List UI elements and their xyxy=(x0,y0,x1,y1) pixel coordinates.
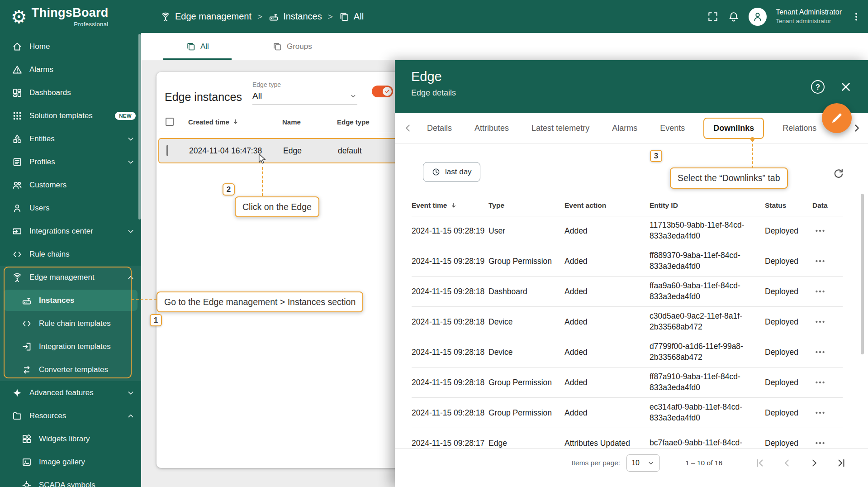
sidebar-item-edge-management[interactable]: Edge management xyxy=(0,266,141,289)
help-button[interactable]: ? xyxy=(811,80,825,94)
event-status: Deployed xyxy=(765,378,812,387)
login-icon xyxy=(21,341,32,352)
breadcrumb-item-instances[interactable]: Instances xyxy=(268,11,322,22)
code-icon xyxy=(21,318,32,329)
event-row[interactable]: 2024-11-15 09:28:18DashboardAddedffaa9a6… xyxy=(412,277,843,307)
column-status[interactable]: Status xyxy=(765,201,812,210)
sidebar-item-alarms[interactable]: Alarms xyxy=(0,58,141,81)
sidebar-item-integration-templates[interactable]: Integration templates xyxy=(0,335,141,358)
avatar[interactable] xyxy=(749,8,767,26)
sidebar-item-label: Profiles xyxy=(29,158,55,167)
antenna-icon xyxy=(12,272,23,283)
event-row[interactable]: 2024-11-15 09:28:17EdgeAttributes Update… xyxy=(412,428,843,449)
time-window-label: last day xyxy=(445,167,472,177)
image-icon xyxy=(21,457,32,468)
event-row[interactable]: 2024-11-15 09:28:18Group PermissionAdded… xyxy=(412,368,843,398)
next-page-icon[interactable] xyxy=(808,457,820,469)
edge-type-filter[interactable]: Edge type All xyxy=(252,81,357,105)
tab-groups[interactable]: Groups xyxy=(250,33,335,60)
row-actions-dots-icon[interactable] xyxy=(814,346,826,358)
items-per-page-select[interactable]: 10 xyxy=(626,454,660,472)
panel-tab-label: Details xyxy=(427,124,452,133)
event-type: Device xyxy=(489,317,564,327)
column-edge-type[interactable]: Edge type xyxy=(337,118,370,126)
panel-tab-relations[interactable]: Relations xyxy=(771,113,828,143)
event-row[interactable]: 2024-11-15 09:28:19Group PermissionAdded… xyxy=(412,246,843,277)
row-actions-dots-icon[interactable] xyxy=(814,316,826,328)
fullscreen-icon[interactable] xyxy=(707,11,719,23)
column-data: Data xyxy=(812,201,843,210)
panel-tab-latest-telemetry[interactable]: Latest telemetry xyxy=(520,113,601,143)
event-action: Added xyxy=(564,317,650,327)
tab-all[interactable]: All xyxy=(163,33,232,60)
column-event-action[interactable]: Event action xyxy=(564,201,650,210)
column-name[interactable]: Name xyxy=(282,118,301,126)
entity-id: c30d5ae0-9ac2-11ef-8a1f-2b33568ab472 xyxy=(650,311,765,332)
notifications-bell-icon[interactable] xyxy=(728,11,740,23)
tabs-scroll-right-chevron-icon[interactable] xyxy=(851,122,863,134)
table-scrollbar[interactable] xyxy=(861,194,864,354)
sidebar-item-rule-chain-templates[interactable]: Rule chain templates xyxy=(0,312,141,335)
sidebar-item-dashboards[interactable]: Dashboards xyxy=(0,81,141,104)
toggle-switch[interactable] xyxy=(372,86,393,97)
panel-tab-events[interactable]: Events xyxy=(649,113,696,143)
sidebar-item-advanced-features[interactable]: Advanced features xyxy=(0,381,141,404)
edit-fab-button[interactable] xyxy=(822,103,852,133)
sidebar-item-converter-templates[interactable]: Converter templates xyxy=(0,358,141,381)
sidebar-item-integrations-center[interactable]: Integrations center xyxy=(0,220,141,243)
row-actions-dots-icon[interactable] xyxy=(814,255,826,267)
panel-tab-alarms[interactable]: Alarms xyxy=(601,113,649,143)
sidebar-item-image-gallery[interactable]: Image gallery xyxy=(0,450,141,473)
sidebar-item-users[interactable]: Users xyxy=(0,196,141,220)
refresh-icon[interactable] xyxy=(832,167,844,180)
first-page-icon[interactable] xyxy=(754,457,766,469)
sidebar-item-home[interactable]: Home xyxy=(0,35,141,58)
sidebar-item-instances[interactable]: Instances xyxy=(0,289,141,312)
row-edge-type: default xyxy=(338,146,362,156)
column-entity-id[interactable]: Entity ID xyxy=(650,201,765,210)
event-row[interactable]: 2024-11-15 09:28:18Group PermissionAdded… xyxy=(412,398,843,428)
panel-tab-details[interactable]: Details xyxy=(416,113,463,143)
more-menu-kebab-icon[interactable] xyxy=(851,11,862,22)
sidebar-item-profiles[interactable]: Profiles xyxy=(0,150,141,173)
thingsboard-logo[interactable]: ⚙ ThingsBoard Professional xyxy=(0,6,141,28)
row-checkbox[interactable] xyxy=(166,146,168,156)
row-actions-dots-icon[interactable] xyxy=(814,437,826,449)
row-actions-dots-icon[interactable] xyxy=(814,225,826,237)
last-page-icon[interactable] xyxy=(835,457,847,469)
previous-page-icon[interactable] xyxy=(781,457,793,469)
close-icon[interactable] xyxy=(839,80,853,94)
annotation-step2-connector xyxy=(262,167,263,196)
sidebar-item-scada-symbols[interactable]: SCADA symbols xyxy=(0,473,141,487)
sidebar-item-label: Dashboards xyxy=(29,88,71,97)
annotation-step3-connector xyxy=(752,139,753,168)
sidebar-scrollbar[interactable] xyxy=(138,34,141,220)
column-created-time[interactable]: Created time xyxy=(188,118,240,126)
column-type[interactable]: Type xyxy=(489,201,564,210)
column-event-time[interactable]: Event time xyxy=(412,201,489,210)
breadcrumb-item-edge-management[interactable]: Edge management xyxy=(160,11,251,22)
event-row[interactable]: 2024-11-15 09:28:18DeviceAddedc30d5ae0-9… xyxy=(412,307,843,337)
event-row[interactable]: 2024-11-15 09:28:18DeviceAddedd7799f00-a… xyxy=(412,337,843,368)
panel-tab-downlinks[interactable]: Downlinks xyxy=(696,113,771,143)
row-actions-dots-icon[interactable] xyxy=(814,407,826,419)
row-actions-dots-icon[interactable] xyxy=(814,377,826,388)
panel-tab-attributes[interactable]: Attributes xyxy=(463,113,520,143)
sidebar-item-solution-templates[interactable]: Solution templatesNEW xyxy=(0,104,141,127)
row-actions-dots-icon[interactable] xyxy=(814,286,826,297)
time-window-button[interactable]: last day xyxy=(423,162,480,182)
sidebar-item-rule-chains[interactable]: Rule chains xyxy=(0,243,141,266)
pagination-range: 1 – 10 of 16 xyxy=(685,459,722,467)
select-all-checkbox[interactable] xyxy=(166,118,174,126)
sidebar-item-widgets-library[interactable]: Widgets library xyxy=(0,427,141,450)
sidebar-item-label: Rule chains xyxy=(29,250,70,259)
event-status: Deployed xyxy=(765,257,812,266)
toggle-knob xyxy=(383,87,392,96)
breadcrumb-item-all[interactable]: All xyxy=(339,11,364,22)
event-row[interactable]: 2024-11-15 09:28:19UserAdded11713b50-9ab… xyxy=(412,216,843,246)
user-block[interactable]: Tenant Administrator Tenant administrato… xyxy=(776,8,842,25)
tabs-scroll-left-chevron-icon[interactable] xyxy=(402,122,414,134)
sidebar-item-resources[interactable]: Resources xyxy=(0,404,141,427)
sidebar-item-customers[interactable]: Customers xyxy=(0,173,141,196)
sidebar-item-entities[interactable]: Entities xyxy=(0,127,141,150)
